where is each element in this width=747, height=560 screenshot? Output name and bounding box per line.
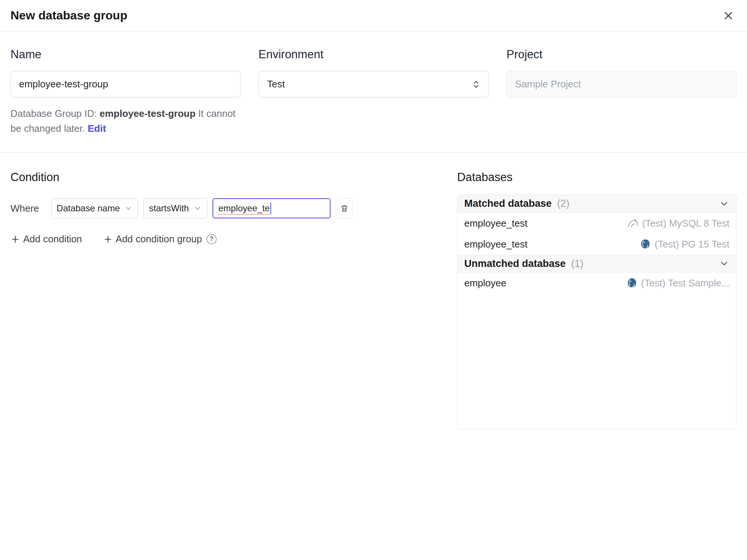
plus-icon bbox=[103, 234, 113, 244]
database-instance: (Test) Test Sample... bbox=[626, 277, 730, 289]
databases-section: Databases Matched database (2) employee_… bbox=[457, 171, 737, 429]
chevron-down-icon bbox=[193, 204, 202, 212]
dialog-header: New database group bbox=[0, 0, 747, 31]
delete-condition-button[interactable] bbox=[336, 198, 353, 218]
condition-operator-select[interactable]: startsWith bbox=[143, 198, 207, 218]
text-caret bbox=[270, 202, 271, 214]
trash-icon bbox=[340, 204, 349, 213]
database-row: employee (Test) Test Sample... bbox=[458, 273, 736, 293]
instance-label: (Test) MySQL 8 Test bbox=[642, 218, 729, 229]
database-name: employee bbox=[464, 277, 506, 289]
condition-actions: Add condition Add condition group ? bbox=[10, 233, 439, 245]
add-condition-button[interactable]: Add condition bbox=[10, 233, 82, 245]
instance-label: (Test) PG 15 Test bbox=[655, 239, 729, 250]
environment-selected-value: Test bbox=[267, 78, 285, 90]
where-label: Where bbox=[10, 203, 39, 214]
condition-heading: Condition bbox=[10, 171, 439, 184]
database-instance: (Test) MySQL 8 Test bbox=[627, 218, 729, 229]
matched-group-header[interactable]: Matched database (2) bbox=[458, 195, 736, 213]
condition-field-value: Database name bbox=[57, 203, 120, 214]
database-instance: (Test) PG 15 Test bbox=[640, 239, 729, 250]
database-name: employee_test bbox=[464, 239, 527, 250]
database-name: employee_test bbox=[464, 218, 527, 229]
chevron-down-icon bbox=[124, 204, 133, 212]
unmatched-group-header[interactable]: Unmatched database (1) bbox=[458, 255, 736, 273]
condition-value-input[interactable]: employee_te bbox=[213, 198, 331, 218]
name-field-block: Name Database Group ID: employee-test-gr… bbox=[10, 48, 241, 136]
chevron-down-icon[interactable] bbox=[719, 199, 729, 209]
unmatched-group-count: (1) bbox=[571, 258, 583, 269]
project-input bbox=[506, 71, 737, 97]
condition-row: Where Database name startsWith employee_… bbox=[10, 198, 439, 218]
unmatched-group-label: Unmatched database bbox=[464, 258, 566, 269]
close-icon bbox=[722, 9, 735, 22]
plus-icon bbox=[10, 234, 20, 244]
edit-link[interactable]: Edit bbox=[88, 123, 106, 134]
instance-label: (Test) Test Sample... bbox=[641, 277, 730, 289]
group-form: Name Database Group ID: employee-test-gr… bbox=[0, 48, 747, 136]
condition-operator-value: startsWith bbox=[149, 203, 189, 214]
condition-field-select[interactable]: Database name bbox=[51, 198, 138, 218]
group-id-helper: Database Group ID: employee-test-group I… bbox=[10, 106, 241, 136]
environment-select[interactable]: Test bbox=[258, 71, 489, 97]
mysql-icon bbox=[627, 218, 638, 229]
helper-prefix: Database Group ID: bbox=[10, 108, 99, 119]
databases-heading: Databases bbox=[457, 171, 737, 184]
postgres-icon bbox=[626, 277, 638, 289]
help-icon: ? bbox=[207, 234, 217, 244]
add-condition-group-label: Add condition group bbox=[116, 233, 202, 245]
environment-field-block: Environment Test bbox=[258, 48, 489, 136]
condition-section: Condition Where Database name startsWith… bbox=[10, 171, 439, 429]
project-field-block: Project bbox=[506, 48, 737, 136]
chevron-updown-icon bbox=[471, 79, 481, 90]
page-title: New database group bbox=[10, 9, 127, 22]
environment-label: Environment bbox=[258, 48, 489, 61]
matched-group-count: (2) bbox=[557, 198, 570, 209]
condition-value-text: employee_te bbox=[218, 203, 270, 214]
name-input[interactable] bbox=[10, 71, 241, 97]
project-label: Project bbox=[506, 48, 737, 61]
name-label: Name bbox=[10, 48, 241, 61]
chevron-down-icon[interactable] bbox=[719, 258, 729, 269]
postgres-icon bbox=[640, 239, 651, 250]
database-row: employee_test (Test) MySQL 8 Test bbox=[458, 213, 736, 234]
group-id-value: employee-test-group bbox=[99, 108, 195, 119]
section-divider bbox=[0, 152, 747, 153]
add-condition-label: Add condition bbox=[23, 233, 82, 245]
database-row: employee_test (Test) PG 15 Test bbox=[458, 234, 736, 255]
close-button[interactable] bbox=[720, 7, 737, 24]
matched-group-label: Matched database bbox=[464, 198, 552, 209]
databases-panel: Matched database (2) employee_test (Test… bbox=[457, 195, 737, 429]
add-condition-group-button[interactable]: Add condition group ? bbox=[103, 233, 217, 245]
